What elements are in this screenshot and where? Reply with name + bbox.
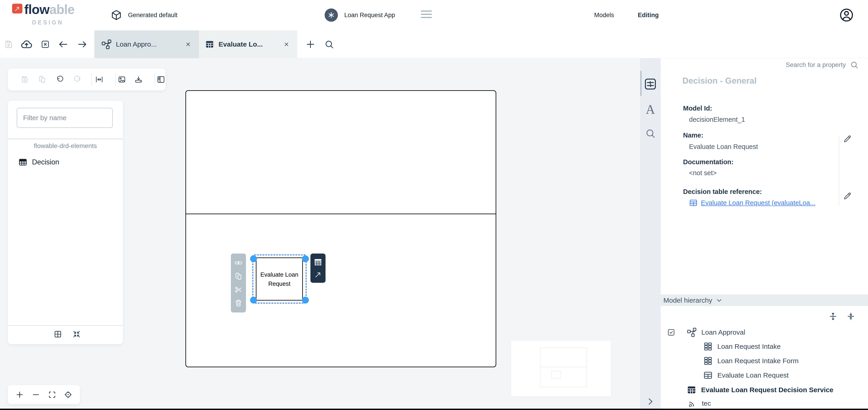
app-selector[interactable]: Loan Request App: [324, 8, 395, 22]
decision-node-evaluate-loan-request[interactable]: Evaluate Loan Request: [256, 258, 303, 301]
palette-item-decision[interactable]: Decision: [18, 155, 59, 169]
name-value[interactable]: Evaluate Loan Request: [689, 143, 758, 150]
create-connection-icon[interactable]: [314, 271, 322, 279]
tab-loan-approval[interactable]: Loan Appro...: [94, 30, 199, 58]
node-context-toolbar: [231, 253, 246, 312]
undo-icon[interactable]: [56, 69, 64, 91]
edit-decision-table-icon[interactable]: [843, 191, 852, 201]
delete-icon[interactable]: [234, 299, 243, 307]
collapse-panel-icon[interactable]: [640, 397, 661, 406]
search-tab-icon[interactable]: [640, 128, 661, 139]
resize-handle-nw[interactable]: [250, 255, 257, 262]
zoom-controls: [8, 385, 80, 404]
resize-handle-sw[interactable]: [250, 297, 257, 304]
decision-table-link[interactable]: Evaluate Loan Request (evaluateLoa...: [701, 199, 815, 207]
redo-icon[interactable]: [73, 69, 82, 91]
decision-service-shape[interactable]: [185, 90, 496, 367]
decision-table-reference-label: Decision table reference:: [683, 188, 762, 196]
flowable-logo-icon: [12, 4, 22, 13]
collapse-palette-icon[interactable]: [72, 330, 81, 339]
chevron-down-icon: [716, 297, 723, 304]
decision-table-icon: [703, 371, 713, 380]
property-search[interactable]: Search for a property: [786, 61, 859, 69]
collapse-all-icon[interactable]: [846, 312, 856, 321]
decision-service-divider: [185, 213, 496, 214]
tree-item-loan-approval[interactable]: Loan Approval: [667, 327, 745, 337]
tab-close-icon[interactable]: [185, 41, 192, 48]
minimap-diagram: [540, 347, 587, 387]
toggle-panel-icon[interactable]: [157, 69, 165, 91]
cut-icon[interactable]: [234, 285, 243, 294]
decision-table-icon: [689, 199, 698, 207]
grid-toggle-icon[interactable]: [54, 330, 62, 339]
minimap-node: [551, 371, 561, 378]
workspace-selector[interactable]: Generated default: [111, 9, 177, 21]
nav-models[interactable]: Models: [594, 12, 614, 19]
forward-icon[interactable]: [76, 30, 89, 58]
node-action-toolbar: [310, 253, 326, 283]
publish-icon[interactable]: [19, 30, 34, 58]
model-hierarchy-title: Model hierarchy: [663, 297, 712, 304]
documentation-value[interactable]: <not set>: [689, 169, 717, 177]
tab-close-icon[interactable]: [283, 41, 290, 48]
resize-handle-se[interactable]: [302, 297, 309, 304]
minimap[interactable]: [511, 341, 611, 396]
paste-icon[interactable]: [38, 69, 46, 91]
nav-editing[interactable]: Editing: [638, 12, 659, 19]
fit-screen-icon[interactable]: [48, 390, 56, 399]
app-menu-icon[interactable]: [421, 10, 432, 18]
workspace-label: Generated default: [128, 12, 177, 19]
resize-handle-ne[interactable]: [302, 255, 309, 262]
zoom-out-icon[interactable]: [32, 390, 40, 399]
tree-item-label: Evaluate Loan Request: [717, 371, 789, 379]
form-icon: [703, 342, 713, 351]
link-icon[interactable]: [234, 259, 243, 267]
property-search-label: Search for a property: [786, 61, 846, 69]
drd-model-icon: [687, 327, 697, 337]
decision-table-reference: Evaluate Loan Request (evaluateLoa...: [689, 199, 815, 207]
decision-table-filled-icon: [686, 385, 696, 395]
tree-item-evaluate-loan-request[interactable]: Evaluate Loan Request: [703, 371, 789, 380]
brand-wordmark: flowable: [24, 2, 74, 17]
export-image-icon[interactable]: [118, 69, 126, 91]
properties-tab-icon[interactable]: [640, 77, 661, 91]
user-avatar[interactable]: [839, 7, 854, 23]
documentation-label: Documentation:: [683, 158, 734, 166]
text-properties-tab-icon[interactable]: A: [640, 103, 661, 116]
tab-evaluate-loan[interactable]: Evaluate Lo...: [199, 30, 297, 58]
brand-dark: flow: [24, 2, 50, 17]
tree-item-label: Evaluate Loan Request Decision Service: [701, 386, 834, 394]
window-bottom-edge: [0, 409, 868, 410]
filter-input[interactable]: [17, 108, 113, 128]
diagram-canvas[interactable]: flowable-drd-elements Decision Evaluate …: [0, 58, 640, 410]
center-diagram-icon[interactable]: [64, 390, 72, 399]
tree-item-tec[interactable]: tec: [688, 399, 711, 408]
palette-group-label: flowable-drd-elements: [8, 142, 123, 149]
model-hierarchy-header[interactable]: Model hierarchy: [661, 295, 868, 306]
expand-all-icon[interactable]: [829, 312, 838, 321]
tree-item-evaluate-loan-request-decision-service[interactable]: Evaluate Loan Request Decision Service: [686, 385, 834, 395]
panel-scrollbar: [839, 135, 839, 206]
tree-item-loan-request-intake[interactable]: Loan Request Intake: [703, 342, 781, 351]
tree-item-loan-request-intake-form[interactable]: Loan Request Intake Form: [703, 356, 799, 366]
download-icon[interactable]: [134, 69, 143, 91]
new-tab-icon[interactable]: [304, 30, 317, 58]
copy-icon[interactable]: [234, 272, 243, 280]
tree-item-label: Loan Request Intake: [717, 343, 781, 350]
save-icon[interactable]: [21, 69, 29, 91]
panel-title: Decision - General: [682, 76, 757, 86]
edit-name-icon[interactable]: [843, 134, 852, 144]
brand-lite: able: [50, 2, 74, 17]
tree-item-label: tec: [702, 400, 711, 407]
tab-label: Loan Appro...: [116, 40, 157, 48]
checkbox-checked-icon[interactable]: [667, 328, 675, 337]
search-icon: [850, 61, 859, 69]
search-tabs-icon[interactable]: [323, 30, 336, 58]
tree-item-label: Loan Request Intake Form: [717, 357, 799, 365]
zoom-in-icon[interactable]: [15, 390, 24, 399]
back-icon[interactable]: [57, 30, 69, 58]
close-all-icon[interactable]: [39, 30, 51, 58]
save-all-icon[interactable]: [3, 30, 14, 58]
open-decision-table-icon[interactable]: [313, 258, 322, 267]
fit-width-icon[interactable]: [95, 69, 103, 91]
